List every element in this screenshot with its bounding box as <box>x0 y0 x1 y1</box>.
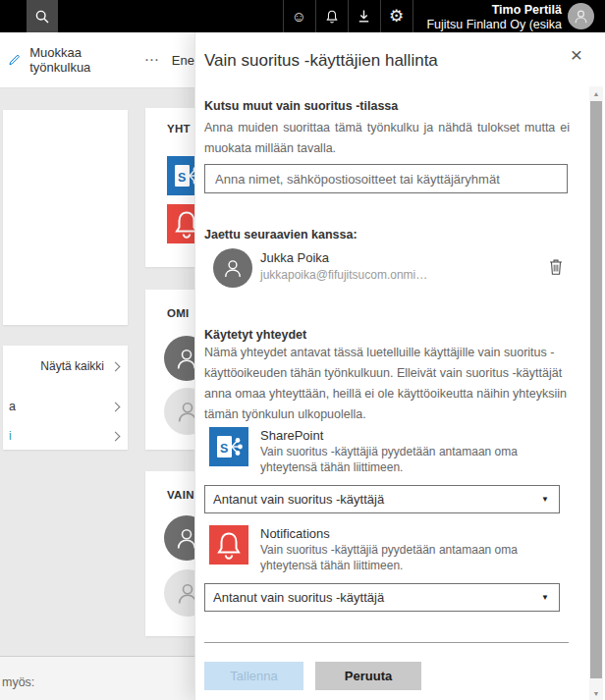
svg-text:S: S <box>220 442 228 456</box>
notifications-button[interactable] <box>315 0 348 32</box>
trash-icon <box>547 257 565 277</box>
scroll-up-icon[interactable]: ▲ <box>589 87 603 99</box>
invite-heading: Kutsu muut vain suoritus -tilassa <box>204 99 398 113</box>
feedback-button[interactable]: ☺ <box>283 0 315 32</box>
person-icon <box>572 7 590 26</box>
connections-card-label: YHT <box>167 123 191 135</box>
connections-description: Nämä yhteydet antavat tässä luetelluille… <box>204 343 570 425</box>
svg-text:S: S <box>178 171 186 185</box>
connection-description: Vain suoritus -käyttäjiä pyydetään antam… <box>260 444 563 475</box>
footer-text: myös: <box>2 675 34 689</box>
list-item[interactable]: a <box>9 398 119 415</box>
owners-card-label: OMI <box>167 307 190 319</box>
run-only-users-panel: Vain suoritus -käyttäjien hallinta × Kut… <box>194 32 605 700</box>
scroll-down-icon[interactable]: ▼ <box>589 687 603 699</box>
close-icon[interactable]: × <box>571 44 582 65</box>
panel-divider <box>204 642 569 643</box>
remove-user-button[interactable] <box>545 255 567 279</box>
see-all-link[interactable]: Näytä kaikki <box>40 359 119 373</box>
gear-icon: ⚙ <box>389 9 404 24</box>
invite-users-input[interactable] <box>204 164 568 193</box>
run-only-card-label: VAIN <box>167 489 194 501</box>
search-button[interactable] <box>27 0 58 32</box>
more-command-label[interactable]: Ene <box>172 53 194 68</box>
chevron-down-icon: ▼ <box>541 495 549 504</box>
chevron-right-icon <box>111 402 121 411</box>
chevron-down-icon: ▼ <box>541 593 549 602</box>
download-icon <box>357 9 371 24</box>
scrollbar-thumb[interactable] <box>590 101 602 678</box>
shared-user-email: jukkapoika@fifujitsucom.onmi… <box>260 268 427 282</box>
chevron-right-icon <box>111 361 121 371</box>
user-name: Timo Pertilä <box>492 3 562 18</box>
notifications-tile <box>209 525 248 565</box>
pencil-icon <box>8 52 21 68</box>
smiley-icon: ☺ <box>292 9 306 24</box>
bell-icon <box>209 525 248 565</box>
flow-toolbar: Muokkaa työnkulkua ⋯ Ene <box>0 32 194 88</box>
cancel-button[interactable]: Peruuta <box>315 662 421 690</box>
panel-title: Vain suoritus -käyttäjien hallinta <box>204 51 438 71</box>
edit-flow-label: Muokkaa työnkulkua <box>29 45 126 75</box>
list-item[interactable]: i <box>9 427 119 445</box>
bell-icon <box>324 9 340 25</box>
invite-description: Anna muiden suorittaa tämä työnkulku ja … <box>204 118 570 159</box>
download-button[interactable] <box>348 0 380 32</box>
chevron-right-icon <box>111 431 121 441</box>
sharepoint-connection-dropdown[interactable]: Antanut vain suoritus -käyttäjä ▼ <box>204 485 560 513</box>
account-info[interactable]: Timo Pertilä Fujitsu Finland Oy (esika <box>426 2 562 31</box>
topbar-separator <box>412 0 413 32</box>
connection-name: SharePoint <box>260 428 323 443</box>
connection-description: Vain suoritus -käyttäjiä pyydetään antam… <box>260 542 563 573</box>
panel-scrollbar[interactable]: ▲ ▼ <box>589 86 603 700</box>
shared-with-heading: Jaettu seuraavien kanssa: <box>204 228 358 242</box>
user-org: Fujitsu Finland Oy (esika <box>426 18 562 31</box>
more-commands-button[interactable]: ⋯ <box>144 55 159 65</box>
save-button[interactable]: Tallenna <box>204 662 303 690</box>
details-card: Näytä kaikki a i <box>3 346 128 450</box>
search-icon <box>34 9 50 25</box>
notifications-connection-dropdown[interactable]: Antanut vain suoritus -käyttäjä ▼ <box>204 583 560 612</box>
sharepoint-tile: S <box>209 427 248 466</box>
connection-name: Notifications <box>260 526 330 541</box>
shared-user-avatar <box>213 248 252 288</box>
sharepoint-icon: S <box>209 427 248 466</box>
edit-flow-command[interactable]: Muokkaa työnkulkua <box>8 45 126 75</box>
user-avatar[interactable] <box>568 3 594 29</box>
top-app-bar: ☺ ⚙ Timo Pertilä Fujitsu Finland Oy (esi… <box>0 0 605 32</box>
connections-heading: Käytetyt yhteydet <box>204 328 306 342</box>
flow-diagram-card <box>3 110 128 325</box>
shared-user-name: Jukka Poika <box>260 250 329 265</box>
person-icon <box>220 255 246 281</box>
settings-button[interactable]: ⚙ <box>380 0 412 32</box>
